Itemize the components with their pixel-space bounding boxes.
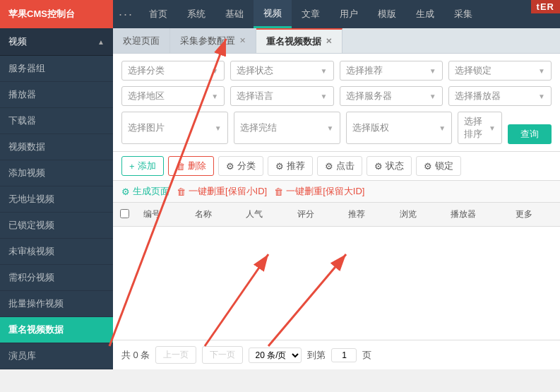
sidebar-item-server-group[interactable]: 服务器组 xyxy=(0,56,113,82)
nav-item-system[interactable]: 系统 xyxy=(177,0,215,28)
sidebar-item-downloader[interactable]: 下载器 xyxy=(0,108,113,134)
gear-icon-status: ⚙ xyxy=(374,161,383,172)
trash-icon: 🗑 xyxy=(176,161,185,172)
page-number-input[interactable] xyxy=(331,348,357,362)
nav-item-template[interactable]: 模版 xyxy=(368,0,406,28)
page-suffix: 页 xyxy=(362,349,371,362)
gear-icon-click: ⚙ xyxy=(325,161,333,172)
filter-lock-label: 选择锁定 xyxy=(455,64,492,77)
lock-button[interactable]: ⚙ 锁定 xyxy=(416,156,461,176)
sidebar-item-actor-library[interactable]: 演员库 xyxy=(0,343,113,369)
nav-item-article[interactable]: 文章 xyxy=(292,0,330,28)
per-page-select[interactable]: 20 条/页 xyxy=(249,348,302,363)
sidebar-arrow-icon: ▲ xyxy=(97,38,105,46)
gear-icon-generate: ⚙ xyxy=(121,186,130,197)
status-button[interactable]: ⚙ 状态 xyxy=(367,156,412,176)
tab-duplicate-video[interactable]: 重名视频数据 ✕ xyxy=(256,28,342,53)
trash-icon-small: 🗑 xyxy=(177,186,186,197)
tab-bar: 欢迎页面 采集参数配置 ✕ 重名视频数据 ✕ xyxy=(113,28,560,54)
filter-copyright-label: 选择版权 xyxy=(352,121,389,134)
nav-item-video[interactable]: 视频 xyxy=(254,0,292,28)
filter-copyright[interactable]: 选择版权 ▼ xyxy=(346,112,453,144)
filter-category-arrow: ▼ xyxy=(211,67,218,75)
sidebar-header: 视频 ▲ xyxy=(0,28,113,56)
lock-label: 锁定 xyxy=(435,160,453,172)
recommend-button[interactable]: ⚙ 推荐 xyxy=(268,156,313,176)
status-label: 状态 xyxy=(386,160,404,172)
table-header-row: 编号 名称 人气 评分 推荐 浏览 播放器 更多 xyxy=(113,203,560,227)
nav-item-home[interactable]: 首页 xyxy=(139,0,177,28)
filter-server-label: 选择服务器 xyxy=(346,90,392,102)
gear-icon-category: ⚙ xyxy=(226,161,234,172)
filter-sort-label: 选择排序 xyxy=(464,115,486,141)
tab-duplicate-video-close[interactable]: ✕ xyxy=(326,37,332,46)
sidebar-item-unreviewed-video[interactable]: 未审核视频 xyxy=(0,239,113,265)
table-section: 编号 名称 人气 评分 推荐 浏览 播放器 更多 xyxy=(113,203,560,340)
data-table: 编号 名称 人气 评分 推荐 浏览 播放器 更多 xyxy=(113,203,560,227)
sidebar-item-duplicate-video[interactable]: 重名视频数据 xyxy=(0,317,113,343)
top-nav: 苹果CMS控制台 ··· 首页 系统 基础 视频 文章 用户 模版 生成 采集 … xyxy=(0,0,560,28)
nav-item-basic[interactable]: 基础 xyxy=(215,0,254,28)
category-button[interactable]: ⚙ 分类 xyxy=(218,156,263,176)
filter-recommend-label: 选择推荐 xyxy=(346,64,383,77)
filter-language[interactable]: 选择语言 ▼ xyxy=(230,86,333,106)
select-all-checkbox[interactable] xyxy=(120,209,129,218)
th-popularity: 人气 xyxy=(239,203,290,227)
sidebar-title: 视频 xyxy=(8,35,27,48)
nav-item-collect[interactable]: 采集 xyxy=(444,0,482,28)
filter-image[interactable]: 选择图片 ▼ xyxy=(121,112,228,144)
filter-region[interactable]: 选择地区 ▼ xyxy=(121,86,225,106)
trash-icon-large: 🗑 xyxy=(274,186,283,197)
filter-row-1: 选择分类 ▼ 选择状态 ▼ 选择推荐 ▼ 选择锁定 ▼ xyxy=(121,61,552,81)
nav-dots: ··· xyxy=(113,7,139,22)
sidebar-item-video-data[interactable]: 视频数据 xyxy=(0,134,113,160)
generate-page-link[interactable]: ⚙ 生成页面 xyxy=(121,185,169,198)
th-recommend: 推荐 xyxy=(341,203,393,227)
tab-welcome[interactable]: 欢迎页面 xyxy=(113,28,170,53)
top-right-label: tER xyxy=(531,0,560,13)
sidebar-item-credit-video[interactable]: 需积分视频 xyxy=(0,265,113,291)
nav-item-generate[interactable]: 生成 xyxy=(406,0,444,28)
tab-collect-config-close[interactable]: ✕ xyxy=(239,36,246,45)
delete-label: 删除 xyxy=(188,160,206,172)
tab-collect-config[interactable]: 采集参数配置 ✕ xyxy=(170,28,256,53)
add-button[interactable]: + 添加 xyxy=(121,156,164,176)
filter-recommend-arrow: ▼ xyxy=(429,67,436,75)
filter-category[interactable]: 选择分类 ▼ xyxy=(121,61,225,81)
filter-server-arrow: ▼ xyxy=(429,93,436,100)
filter-player-label: 选择播放器 xyxy=(455,90,501,102)
prev-page-button[interactable]: 上一页 xyxy=(155,346,196,364)
tab-collect-config-label: 采集参数配置 xyxy=(180,35,235,47)
filter-lock-arrow: ▼ xyxy=(538,67,545,75)
delete-keep-large-id-label: 一键删重[保留大ID] xyxy=(286,185,364,198)
filter-finished[interactable]: 选择完结 ▼ xyxy=(234,112,340,144)
sidebar-item-locked-video[interactable]: 已锁定视频 xyxy=(0,213,113,239)
app-logo: 苹果CMS控制台 xyxy=(0,0,113,28)
filter-server[interactable]: 选择服务器 ▼ xyxy=(340,86,443,106)
recommend-label: 推荐 xyxy=(287,160,305,172)
filter-recommend[interactable]: 选择推荐 ▼ xyxy=(340,61,443,81)
filter-status[interactable]: 选择状态 ▼ xyxy=(230,61,333,81)
sidebar-item-add-video[interactable]: 添加视频 xyxy=(0,160,113,186)
click-button[interactable]: ⚙ 点击 xyxy=(317,156,362,176)
click-label: 点击 xyxy=(336,160,355,172)
th-rating: 评分 xyxy=(290,203,342,227)
filter-region-label: 选择地区 xyxy=(128,90,165,102)
filter-player[interactable]: 选择播放器 ▼ xyxy=(448,86,552,106)
pagination-bar: 共 0 条 上一页 下一页 20 条/页 到第 页 xyxy=(113,340,560,369)
query-button[interactable]: 查询 xyxy=(508,124,552,144)
delete-keep-large-id-link[interactable]: 🗑 一键删重[保留大ID] xyxy=(274,185,364,198)
sidebar-item-no-addr-video[interactable]: 无地址视频 xyxy=(0,186,113,213)
sidebar-item-player[interactable]: 播放器 xyxy=(0,82,113,108)
th-more: 更多 xyxy=(508,203,560,227)
nav-item-user[interactable]: 用户 xyxy=(330,0,368,28)
next-page-button[interactable]: 下一页 xyxy=(202,346,243,364)
sidebar-item-batch-video[interactable]: 批量操作视频 xyxy=(0,291,113,317)
sidebar: 视频 ▲ 服务器组 播放器 下载器 视频数据 添加视频 无地址视频 已锁定视频 … xyxy=(0,28,113,369)
th-player: 播放器 xyxy=(443,203,508,227)
filter-sort[interactable]: 选择排序 ▼ xyxy=(458,112,502,144)
filter-row3-right: 选择排序 ▼ 查询 xyxy=(458,112,552,144)
filter-lock[interactable]: 选择锁定 ▼ xyxy=(448,61,552,81)
delete-button[interactable]: 🗑 删除 xyxy=(168,156,214,176)
delete-keep-small-id-link[interactable]: 🗑 一键删重[保留小ID] xyxy=(177,185,267,198)
